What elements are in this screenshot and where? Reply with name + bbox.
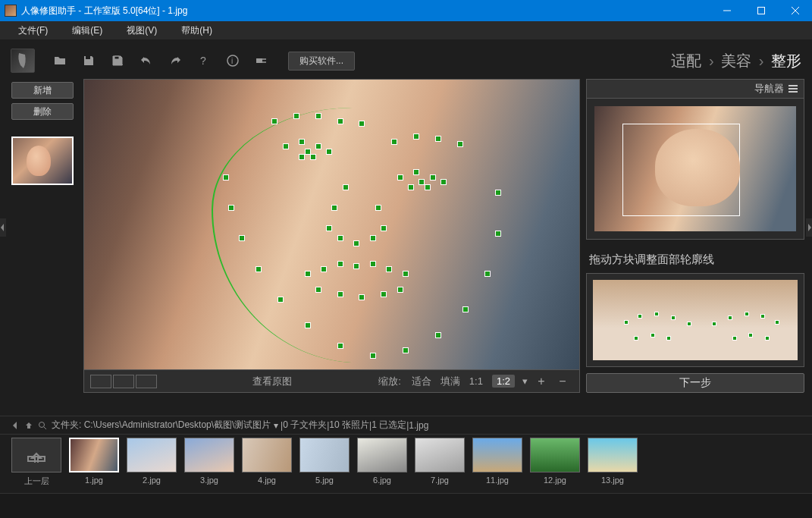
crumb-beauty[interactable]: 美容 [721,52,751,69]
landmark-point[interactable] [305,271,311,277]
filmstrip-item[interactable]: 13.jpg [587,438,638,485]
landmark-point[interactable] [326,149,332,155]
delete-button[interactable]: 删除 [11,103,74,120]
info-icon[interactable]: i [224,52,241,69]
landmark-point[interactable] [359,294,365,300]
landmark-point[interactable] [495,231,501,237]
landmark-point[interactable] [462,306,469,312]
landmark-point[interactable] [315,143,321,149]
landmark-point[interactable] [331,205,337,211]
landmark-point[interactable] [293,113,299,119]
landmark-point[interactable] [408,184,414,190]
landmark-point[interactable] [370,235,376,241]
path-back-icon[interactable] [11,421,20,430]
landmark-point[interactable] [315,113,321,119]
landmark-point[interactable] [430,174,436,181]
zoom-fit[interactable]: 适合 [412,375,431,388]
menu-file[interactable]: 文件(F) [6,23,60,39]
landmark-point[interactable] [271,118,277,124]
path-search-icon[interactable] [38,421,47,430]
undo-icon[interactable] [138,52,155,69]
face-thumbnail[interactable] [11,137,74,185]
landmark-point[interactable] [337,261,343,267]
landmark-point[interactable] [391,139,397,145]
filmstrip[interactable]: 上一层 1.jpg2.jpg3.jpg4.jpg5.jpg6.jpg7.jpg1… [0,434,812,493]
landmark-point[interactable] [386,266,392,272]
navigator-menu-icon[interactable] [788,84,798,93]
crumb-fit[interactable]: 适配 [671,52,701,69]
landmark-point[interactable] [403,347,409,353]
zoom-fill[interactable]: 填满 [440,375,460,388]
landmark-point[interactable] [370,353,376,359]
landmark-point[interactable] [484,271,491,277]
zoom-1-2[interactable]: 1:2 [492,375,515,388]
landmark-point[interactable] [337,118,343,124]
main-canvas[interactable]: /*landmarks drawn below*/ [84,80,579,369]
filmstrip-item[interactable]: 2.jpg [126,438,177,485]
landmark-point[interactable] [299,139,305,145]
landmark-point[interactable] [359,121,365,127]
landmark-point[interactable] [277,297,284,303]
landmark-point[interactable] [375,205,381,211]
navigator-preview[interactable] [586,99,804,240]
landmark-point[interactable] [223,174,229,181]
landmark-point[interactable] [397,174,403,181]
menu-help[interactable]: 帮助(H) [169,23,224,39]
view-split-h-icon[interactable] [113,375,134,388]
landmark-point[interactable] [256,266,262,272]
landmark-point[interactable] [381,225,387,231]
filmstrip-item[interactable]: 3.jpg [183,438,235,485]
landmark-point[interactable] [283,143,289,149]
help-icon[interactable]: ? [196,52,212,69]
maximize-button[interactable] [744,0,778,21]
filmstrip-item[interactable]: 12.jpg [529,438,581,485]
view-split-v-icon[interactable] [136,375,157,388]
landmark-point[interactable] [381,291,387,297]
save-as-icon[interactable] [109,52,126,69]
new-button[interactable]: 新增 [11,82,74,99]
landmark-point[interactable] [239,235,245,241]
landmark-point[interactable] [315,287,321,293]
landmark-point[interactable] [495,190,501,196]
face-landmarks-overlay[interactable]: /*landmarks drawn below*/ [223,103,495,358]
landmark-point[interactable] [403,271,409,277]
landmark-point[interactable] [299,154,305,160]
zoom-1-1[interactable]: 1:1 [469,375,483,387]
filmstrip-item[interactable]: 7.jpg [414,438,466,485]
landmark-point[interactable] [440,179,447,185]
panel-collapse-right[interactable] [806,218,812,237]
crumb-reshape[interactable]: 整形 [771,52,801,69]
landmark-point[interactable] [343,184,349,190]
landmark-point[interactable] [397,287,403,293]
landmark-point[interactable] [337,235,343,241]
redo-icon[interactable] [167,52,183,69]
landmark-point[interactable] [337,343,343,349]
filmstrip-item[interactable]: 5.jpg [299,438,350,485]
view-single-icon[interactable] [90,375,111,388]
navigator-viewport-rect[interactable] [622,124,739,216]
landmark-point[interactable] [337,291,343,297]
landmark-point[interactable] [435,332,441,338]
landmark-point[interactable] [228,205,234,211]
landmark-point[interactable] [413,169,419,175]
filmstrip-item[interactable]: 11.jpg [472,438,523,485]
landmark-point[interactable] [326,225,332,231]
landmark-point[interactable] [305,322,311,328]
filmstrip-item[interactable]: 1.jpg [68,438,120,485]
zoom-in-button[interactable]: + [534,374,549,389]
landmark-point[interactable] [353,263,359,269]
navigator-header[interactable]: 导航器 [586,79,804,99]
panel-collapse-left[interactable] [0,218,6,237]
path-value[interactable]: C:\Users\Administrator\Desktop\截图\测试图片 [84,419,271,432]
filmstrip-item[interactable]: 6.jpg [356,438,408,485]
landmark-point[interactable] [353,240,359,246]
landmark-point[interactable] [457,141,463,147]
menu-view[interactable]: 视图(V) [114,23,169,39]
buy-button[interactable]: 购买软件... [288,52,355,71]
plugin-icon[interactable] [253,52,270,69]
landmark-point[interactable] [435,136,441,142]
next-button[interactable]: 下一步 [586,373,804,393]
landmark-point[interactable] [310,154,316,160]
view-original-button[interactable]: 查看原图 [166,375,378,388]
minimize-button[interactable] [710,0,744,21]
